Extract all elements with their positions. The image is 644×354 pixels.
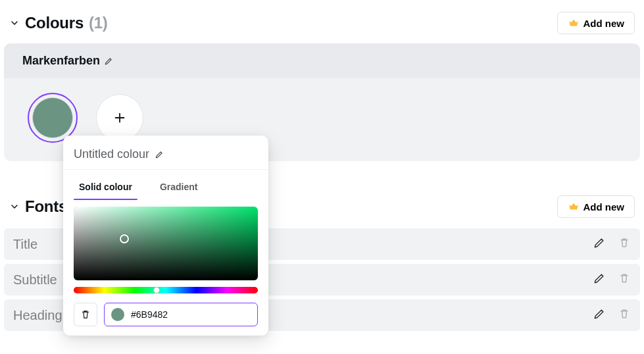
delete-font-button[interactable] (618, 307, 631, 323)
chevron-down-icon (9, 18, 20, 28)
hex-input-wrap[interactable] (104, 303, 258, 326)
add-new-colour-button[interactable]: Add new (557, 12, 635, 34)
tab-solid-colour[interactable]: Solid colour (74, 178, 137, 200)
edit-icon (104, 57, 113, 66)
sv-indicator[interactable] (120, 234, 129, 243)
popover-title-row[interactable]: Untitled colour (63, 145, 268, 170)
edit-font-button[interactable] (593, 272, 606, 288)
add-new-label: Add new (583, 201, 625, 213)
hex-input[interactable] (131, 309, 251, 320)
font-row-actions (593, 307, 631, 323)
pencil-icon (593, 272, 606, 285)
trash-icon (618, 272, 631, 285)
fonts-section-toggle[interactable]: Fonts (9, 197, 67, 216)
trash-icon (80, 309, 91, 320)
crown-icon (568, 201, 580, 213)
font-row-actions (593, 236, 631, 252)
colours-section-toggle[interactable]: Colours (1) (9, 14, 108, 32)
colour-picker-popover: Untitled colour Solid colour Gradient (63, 136, 268, 336)
palette-name: Markenfarben (22, 54, 100, 68)
font-row-label: Subtitle (13, 272, 57, 288)
hue-slider[interactable] (74, 287, 258, 293)
palette-name-row[interactable]: Markenfarben (4, 43, 640, 78)
popover-title: Untitled colour (74, 147, 149, 161)
saturation-value-panel[interactable] (74, 207, 258, 280)
edit-font-button[interactable] (593, 307, 606, 323)
add-new-font-button[interactable]: Add new (557, 195, 635, 218)
colour-swatch-fill (32, 97, 73, 138)
font-row-label: Title (13, 237, 37, 252)
pencil-icon (593, 236, 606, 249)
chevron-down-icon (9, 201, 20, 212)
delete-font-button[interactable] (618, 272, 631, 288)
colours-title: Colours (25, 14, 84, 32)
colour-mode-tabs: Solid colour Gradient (63, 170, 268, 200)
hue-slider-thumb[interactable] (153, 287, 160, 293)
swatch-row (4, 78, 640, 143)
hex-input-row (74, 303, 258, 326)
colours-section-header: Colours (1) Add new (0, 0, 644, 41)
plus-icon (112, 111, 127, 125)
font-row-actions (593, 272, 631, 288)
add-colour-swatch-button[interactable] (96, 94, 143, 141)
trash-icon (618, 236, 631, 249)
pencil-icon (593, 307, 606, 320)
edit-font-button[interactable] (593, 236, 606, 252)
colours-count: (1) (89, 14, 108, 32)
add-new-label: Add new (583, 18, 625, 29)
edit-icon (155, 150, 164, 159)
font-row-label: Heading (13, 308, 62, 323)
fonts-title: Fonts (25, 197, 67, 216)
trash-icon (618, 307, 631, 320)
hex-preview-swatch (111, 308, 124, 321)
delete-colour-button[interactable] (74, 303, 97, 326)
tab-gradient[interactable]: Gradient (155, 178, 203, 200)
crown-icon (568, 17, 580, 29)
delete-font-button[interactable] (618, 236, 631, 252)
